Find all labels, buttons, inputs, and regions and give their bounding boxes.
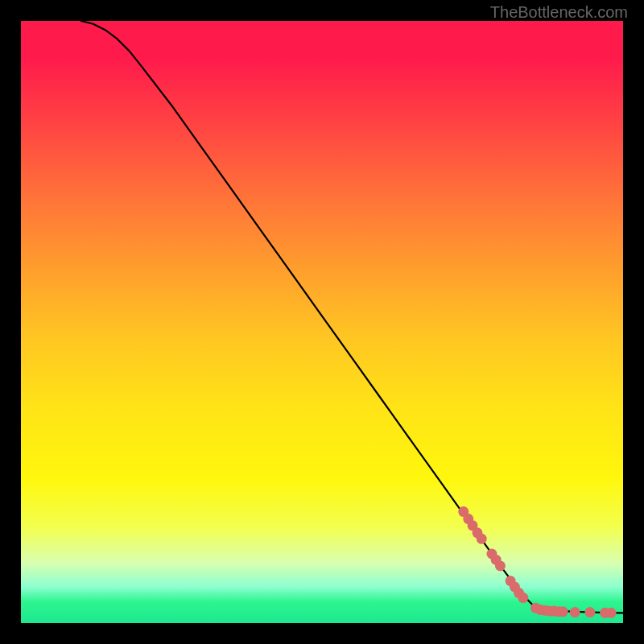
scatter-point [558,606,568,617]
scatter-markers [458,506,616,618]
scatter-point [477,534,487,544]
scatter-point [495,560,506,571]
scatter-point [606,608,617,618]
scatter-point [570,607,580,617]
scatter-point [584,607,595,617]
watermark-label: TheBottleneck.com [490,3,628,22]
chart-plot-area [21,21,623,623]
scatter-point [518,592,528,603]
curve-line [81,21,623,613]
chart-svg-layer [21,21,623,623]
